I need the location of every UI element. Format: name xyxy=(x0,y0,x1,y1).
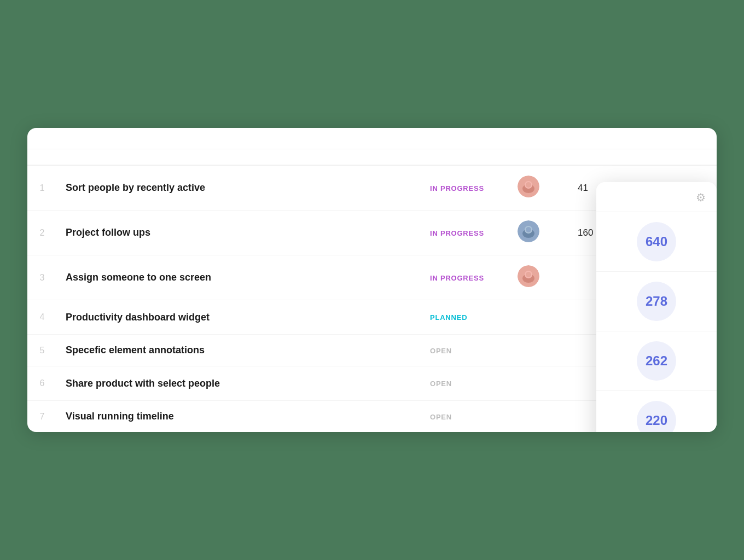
gear-icon[interactable]: ⚙ xyxy=(696,191,706,204)
status-badge: IN PROGRESS xyxy=(421,211,509,255)
svg-point-11 xyxy=(526,272,531,277)
status-badge: OPEN xyxy=(421,401,509,433)
card-header xyxy=(27,128,717,149)
owner-cell xyxy=(509,300,569,335)
score-bubble: 220 xyxy=(637,401,676,432)
score-row: 220 xyxy=(596,391,717,432)
status-badge: PLANNED xyxy=(421,300,509,335)
col-impact-header[interactable] xyxy=(629,149,717,165)
post-title[interactable]: Productivity dashboard widget xyxy=(57,300,421,335)
score-bubble: 640 xyxy=(637,222,676,261)
row-number: 5 xyxy=(27,335,57,366)
status-badge: OPEN xyxy=(421,335,509,366)
col-votes-header[interactable] xyxy=(569,149,629,165)
row-number: 3 xyxy=(27,255,57,300)
row-number: 2 xyxy=(27,211,57,255)
score-popup-header: ⚙ xyxy=(596,182,717,212)
svg-point-3 xyxy=(526,182,531,188)
col-num xyxy=(27,149,57,165)
col-posts-header xyxy=(57,149,421,165)
row-number: 7 xyxy=(27,401,57,433)
svg-point-7 xyxy=(526,227,531,232)
score-row: 262 xyxy=(596,331,717,391)
owner-cell xyxy=(509,211,569,255)
row-number: 6 xyxy=(27,366,57,401)
post-title[interactable]: Visual running timeline xyxy=(57,401,421,433)
post-title[interactable]: Specefic element annotations xyxy=(57,335,421,366)
avatar xyxy=(518,265,539,287)
row-number: 1 xyxy=(27,165,57,211)
avatar xyxy=(518,220,539,242)
score-bubble: 262 xyxy=(637,341,676,381)
owner-cell xyxy=(509,335,569,366)
post-title[interactable]: Assign someone to one screen xyxy=(57,255,421,300)
row-number: 4 xyxy=(27,300,57,335)
post-title[interactable]: Project follow ups xyxy=(57,211,421,255)
score-row: 640 xyxy=(596,212,717,272)
score-rows: 640278262220 xyxy=(596,212,717,432)
owner-cell xyxy=(509,401,569,433)
table-header xyxy=(27,149,717,165)
col-owner-header[interactable] xyxy=(509,149,569,165)
col-status-header[interactable] xyxy=(421,149,509,165)
post-title[interactable]: Sort people by recently active xyxy=(57,165,421,211)
owner-cell xyxy=(509,366,569,401)
status-badge: IN PROGRESS xyxy=(421,165,509,211)
score-popup: ⚙ 640278262220 xyxy=(596,182,717,432)
table-wrapper: 1Sort people by recently activeIN PROGRE… xyxy=(27,149,717,432)
score-bubble: 278 xyxy=(637,282,676,321)
status-badge: IN PROGRESS xyxy=(421,255,509,300)
avatar xyxy=(518,176,539,197)
owner-cell xyxy=(509,165,569,211)
roadmap-card: 1Sort people by recently activeIN PROGRE… xyxy=(27,128,717,432)
score-row: 278 xyxy=(596,272,717,331)
post-title[interactable]: Share product with select people xyxy=(57,366,421,401)
status-badge: OPEN xyxy=(421,366,509,401)
owner-cell xyxy=(509,255,569,300)
